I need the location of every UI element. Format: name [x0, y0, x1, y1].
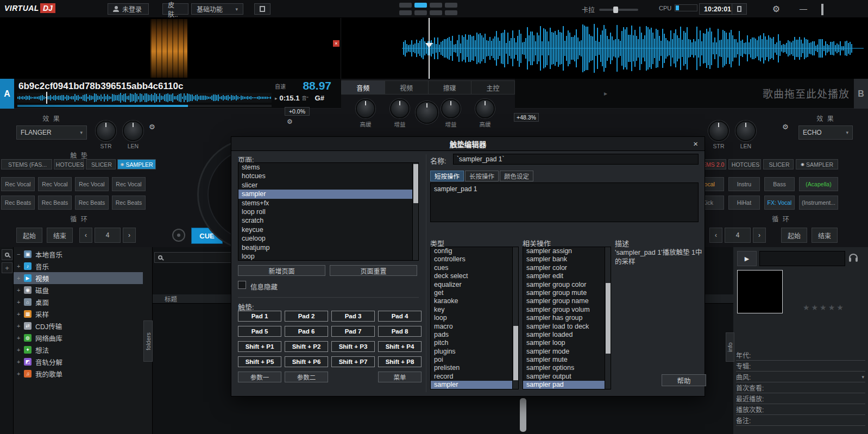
- pad-page-tab[interactable]: HOTCUES: [728, 159, 761, 169]
- type-list-item[interactable]: equalizer: [431, 281, 518, 289]
- mixer-tab[interactable]: 擦碟: [429, 80, 472, 95]
- action-list-item[interactable]: sampler assign: [523, 247, 611, 255]
- type-list-item[interactable]: record: [431, 373, 518, 381]
- rating-stars[interactable]: ★★★★★: [803, 303, 845, 312]
- pad-select-button[interactable]: Pad 5: [238, 326, 281, 337]
- page-list-item[interactable]: hotcues: [238, 172, 418, 180]
- deck-indicator[interactable]: [399, 10, 412, 15]
- sampler-pad-button[interactable]: Rec Beats: [112, 196, 146, 210]
- pad-select-button[interactable]: Shift + P7: [331, 356, 375, 367]
- loop-double-button[interactable]: ›: [123, 228, 136, 243]
- title-column-header[interactable]: 标题: [165, 294, 177, 303]
- pad-select-button[interactable]: Shift + P2: [285, 341, 328, 352]
- type-list-item[interactable]: config: [431, 247, 518, 255]
- deck-indicator[interactable]: [414, 10, 427, 15]
- page-list-item[interactable]: loop: [238, 252, 418, 261]
- loop-length-value[interactable]: 4: [725, 228, 751, 243]
- pad-select-button[interactable]: Shift + P4: [378, 341, 422, 352]
- sidebar-folder-item[interactable]: + ▶ 视频: [14, 272, 143, 284]
- pad-select-button[interactable]: Pad 8: [378, 326, 422, 337]
- page-list-item[interactable]: cueloop: [238, 234, 418, 243]
- action-list-item[interactable]: sampler mute: [523, 356, 611, 364]
- pad-select-button[interactable]: Pad 3: [331, 311, 375, 322]
- action-list-item[interactable]: sampler output: [523, 373, 611, 381]
- sampler-pad-button[interactable]: Rec Vocal: [112, 177, 146, 191]
- deck-a-fx-select[interactable]: FLANGER ▾: [16, 125, 87, 140]
- type-list-item[interactable]: sampler: [431, 381, 518, 389]
- fx-str-knob[interactable]: [96, 121, 116, 141]
- page-list-item[interactable]: keycue: [238, 225, 418, 234]
- tree-expander[interactable]: +: [17, 347, 23, 353]
- scrollbar-thumb[interactable]: [606, 283, 611, 354]
- tree-expander[interactable]: +: [17, 263, 23, 269]
- type-list-item[interactable]: get: [431, 289, 518, 297]
- pad-page-tab[interactable]: ◉ SAMPLER: [117, 159, 156, 169]
- deck-indicator[interactable]: [430, 10, 442, 15]
- scrollbar-thumb[interactable]: [513, 326, 518, 380]
- action-list-item[interactable]: sampler pad: [523, 381, 611, 389]
- mixer-tab[interactable]: 视频: [385, 80, 429, 95]
- maximize-button[interactable]: [821, 5, 823, 15]
- tree-expander[interactable]: +: [17, 275, 23, 281]
- metadata-field[interactable]: 专辑:: [736, 361, 865, 372]
- tree-expander[interactable]: +: [17, 299, 23, 305]
- fx-settings-gear-icon[interactable]: ⚙: [149, 123, 155, 131]
- page-list-item[interactable]: slicer: [238, 181, 418, 190]
- pad-select-button[interactable]: Pad 1: [238, 311, 281, 322]
- sidebar-folder-item[interactable]: + ⇄ CDJ传输: [14, 320, 143, 332]
- param2-button[interactable]: 参数二: [285, 372, 328, 382]
- sampler-pad-button[interactable]: Rec Beats: [38, 196, 72, 210]
- action-list-item[interactable]: sampler group volum: [523, 306, 611, 314]
- type-list-item[interactable]: controllers: [431, 255, 518, 263]
- action-list-item[interactable]: sampler group color: [523, 281, 611, 289]
- pad-select-button[interactable]: Shift + P5: [238, 356, 281, 367]
- loop-double-button[interactable]: ›: [753, 228, 766, 243]
- capture-button[interactable]: [732, 3, 747, 15]
- settings-button[interactable]: ⚙: [769, 3, 784, 15]
- type-list-item[interactable]: prelisten: [431, 364, 518, 372]
- sampler-pad-button[interactable]: Rec Beats: [75, 196, 109, 210]
- tree-expander[interactable]: +: [17, 323, 23, 329]
- minimize-button[interactable]: —: [800, 4, 807, 13]
- add-folder-button[interactable]: +: [2, 262, 12, 273]
- tree-expander[interactable]: +: [17, 335, 23, 341]
- type-list-item[interactable]: deck select: [431, 272, 518, 280]
- dialog-title-bar[interactable]: 触垫编辑器 ×: [231, 137, 705, 151]
- type-list-item[interactable]: pitch: [431, 339, 518, 347]
- eq-knob[interactable]: [356, 99, 375, 118]
- deck-indicators[interactable]: [399, 3, 457, 15]
- action-tab[interactable]: 长按操作: [465, 171, 499, 181]
- pad-page-tab[interactable]: ◉ SAMPLER: [796, 159, 838, 169]
- sidebar-folder-item[interactable]: − ▣ 本地音乐: [14, 248, 143, 260]
- video-close-icon[interactable]: ×: [333, 40, 339, 47]
- type-list-item[interactable]: macro: [431, 323, 518, 331]
- action-list-item[interactable]: sampler has group: [523, 314, 611, 322]
- param1-button[interactable]: 参数一: [238, 372, 281, 382]
- pad-page-tab[interactable]: SLICER: [86, 159, 116, 169]
- sidebar-folder-item[interactable]: + ⌂ 桌面: [14, 296, 143, 308]
- deck-indicator[interactable]: [430, 3, 442, 8]
- pad-select-button[interactable]: Pad 4: [378, 311, 422, 322]
- pad-select-button[interactable]: Shift + P6: [285, 356, 328, 367]
- stems-pad-button[interactable]: (Acapella): [799, 177, 838, 191]
- stems-pad-button[interactable]: Bass: [764, 177, 795, 191]
- page-list-item[interactable]: beatjump: [238, 243, 418, 252]
- metadata-field[interactable]: 首次查看:: [736, 382, 865, 393]
- fx-str-knob[interactable]: [708, 121, 729, 141]
- sidebar-folder-item[interactable]: + ◩ 音轨分解: [14, 356, 143, 368]
- prelisten-waveform-strip[interactable]: [759, 251, 845, 266]
- stems-pad-button[interactable]: Instru: [728, 177, 760, 191]
- pad-select-button[interactable]: Shift + P3: [331, 341, 375, 352]
- mode-dropdown[interactable]: 基础功能 ▾: [191, 3, 243, 15]
- eq-knob[interactable]: [475, 99, 495, 118]
- sidebar-folder-item[interactable]: + ◍ 网络曲库: [14, 332, 143, 344]
- deck-b-fx-select[interactable]: ECHO ▾: [798, 125, 853, 140]
- info-hide-checkbox[interactable]: [238, 281, 246, 289]
- fx-len-knob[interactable]: [123, 121, 143, 141]
- page-list-item[interactable]: stems+fx: [238, 199, 418, 207]
- login-button[interactable]: 未登录: [108, 3, 149, 15]
- pad-select-button[interactable]: Pad 7: [331, 326, 375, 337]
- type-list-item[interactable]: loop: [431, 314, 518, 322]
- karaoke-slider[interactable]: [599, 9, 638, 11]
- action-list-item[interactable]: sampler load to deck: [523, 323, 611, 331]
